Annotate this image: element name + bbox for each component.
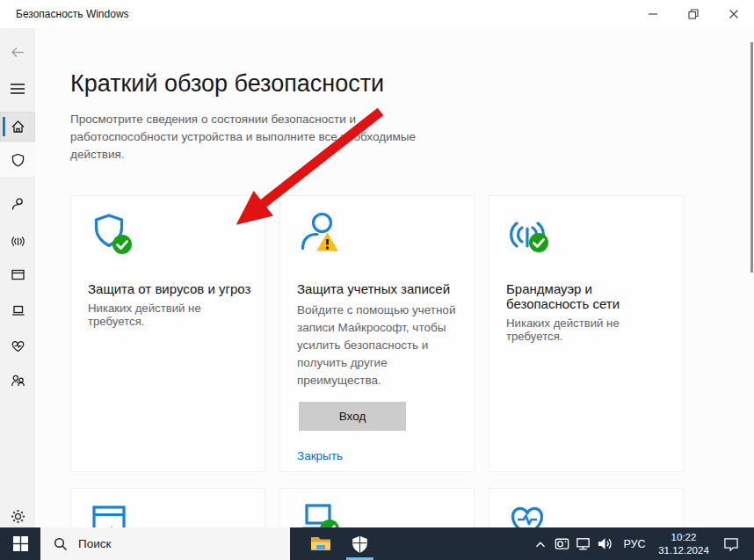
clock-date: 31.12.2024 — [652, 544, 715, 557]
taskbar: Поиск РУС 10:22 31.12.2024 — [0, 527, 754, 560]
sidebar-item-home[interactable] — [0, 112, 35, 142]
tray-volume-icon[interactable] — [593, 535, 617, 552]
account-person-icon — [297, 211, 348, 264]
card-virus-threat-protection[interactable]: Защита от вирусов и угроз Никаких действ… — [70, 195, 265, 472]
status-ok-badge — [320, 520, 339, 527]
app-window-icon — [88, 499, 139, 527]
page-description: Просмотрите сведения о состоянии безопас… — [70, 111, 424, 164]
vertical-scrollbar[interactable] — [750, 42, 753, 273]
card-app-browser-control[interactable] — [70, 488, 265, 527]
taskbar-search-box[interactable]: Поиск — [40, 527, 290, 560]
search-placeholder: Поиск — [78, 537, 111, 550]
status-ok-badge — [112, 235, 132, 254]
tray-display-icon[interactable] — [551, 535, 572, 552]
sidebar-item-settings[interactable] — [0, 501, 35, 531]
card-account-protection[interactable]: Защита учетных записей Войдите с помощью… — [279, 195, 475, 472]
card-status: Никаких действий не требуется. — [506, 316, 676, 343]
sidebar-item-firewall-network[interactable] — [0, 224, 35, 254]
restore-icon — [688, 9, 699, 19]
wireless-network-icon — [506, 211, 557, 264]
hidden-icons-button[interactable] — [530, 536, 551, 552]
clock-time: 10:22 — [652, 531, 715, 544]
heart-pulse-icon — [10, 338, 26, 354]
home-icon — [10, 119, 26, 135]
card-title: Защита от вирусов и угроз — [88, 281, 254, 296]
taskbar-clock[interactable]: 10:22 31.12.2024 — [652, 531, 715, 557]
minimize-icon — [648, 9, 658, 19]
window-title: Безопасность Windows — [16, 8, 129, 20]
close-button[interactable] — [714, 0, 754, 28]
sidebar-item-device-security[interactable] — [0, 295, 35, 325]
windows-logo-icon — [13, 536, 28, 551]
card-device-security[interactable] — [279, 488, 475, 527]
sidebar-item-account-protection[interactable] — [0, 189, 35, 219]
card-status: Никаких действий не требуется. — [88, 302, 257, 328]
back-button[interactable] — [0, 40, 35, 64]
virus-shield-icon — [88, 211, 139, 264]
selected-indicator — [3, 117, 5, 136]
hamburger-menu-button[interactable] — [0, 76, 35, 102]
card-firewall-network[interactable]: Брандмауэр и безопасность сети Никаких д… — [489, 195, 684, 472]
tray-network-icon[interactable] — [572, 535, 593, 552]
hamburger-icon — [10, 83, 25, 95]
laptop-icon — [10, 302, 26, 319]
start-button[interactable] — [0, 527, 40, 560]
health-heart-icon — [506, 499, 557, 527]
card-device-performance-health[interactable] — [489, 488, 684, 527]
taskbar-app-file-explorer[interactable] — [301, 527, 340, 560]
wireless-icon — [10, 231, 26, 248]
device-laptop-icon — [297, 499, 348, 527]
status-ok-badge — [529, 233, 548, 252]
main-content: Краткий обзор безопасности Просмотрите с… — [35, 28, 754, 527]
minimize-button[interactable] — [633, 0, 673, 28]
close-icon — [729, 9, 739, 19]
action-center-icon — [722, 535, 740, 553]
window-titlebar: Безопасность Windows — [0, 0, 754, 28]
sidebar-item-app-browser-control[interactable] — [0, 259, 35, 289]
chevron-up-icon — [533, 536, 548, 552]
sidebar-item-device-health[interactable] — [0, 331, 35, 360]
card-body: Войдите с помощью учетной записи Майкрос… — [297, 302, 461, 389]
shield-icon — [10, 152, 26, 169]
system-tray: РУС 10:22 31.12.2024 — [530, 527, 754, 560]
card-title: Брандмауэр и безопасность сети — [506, 281, 622, 311]
card-title: Защита учетных записей — [297, 281, 463, 296]
restore-button[interactable] — [673, 0, 714, 28]
desktop: Безопасность Windows — [0, 0, 754, 560]
taskbar-app-windows-security[interactable] — [340, 527, 380, 560]
dismiss-link[interactable]: Закрыть — [297, 449, 343, 462]
settings-gear-icon — [10, 508, 26, 525]
file-explorer-icon — [310, 535, 331, 552]
app-window-icon — [10, 266, 26, 283]
status-warning-badge — [315, 231, 339, 252]
search-icon — [54, 537, 68, 551]
action-center-button[interactable] — [715, 535, 747, 553]
window-controls — [633, 0, 754, 28]
language-indicator[interactable]: РУС — [617, 538, 652, 550]
sidebar — [0, 28, 35, 527]
account-icon — [10, 196, 26, 213]
sidebar-item-virus-protection[interactable] — [0, 143, 35, 177]
page-title: Краткий обзор безопасности — [70, 70, 384, 98]
family-icon — [10, 373, 26, 389]
sidebar-item-family-options[interactable] — [0, 366, 35, 396]
sign-in-button[interactable]: Вход — [299, 402, 406, 431]
back-arrow-icon — [10, 44, 26, 61]
defender-shield-icon — [351, 535, 369, 554]
